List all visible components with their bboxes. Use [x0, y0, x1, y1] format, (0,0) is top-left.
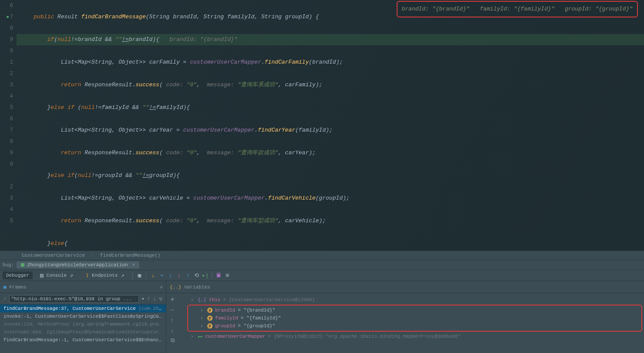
debug-label: bug:: [0, 262, 17, 268]
layout-icon[interactable]: ▣: [136, 272, 142, 278]
copy-icon[interactable]: ⧉: [171, 337, 175, 344]
evaluate-icon[interactable]: 🖩: [216, 272, 222, 278]
external-icon: ↗: [119, 272, 125, 278]
console-icon: ▤: [39, 272, 45, 278]
variable-row[interactable]: › p brandId = "{brandId}": [188, 306, 641, 314]
param-icon: p: [207, 308, 212, 313]
chevron-down-icon[interactable]: ▾: [142, 296, 145, 302]
variables-title: Variables: [184, 285, 210, 290]
inline-param-hints: brandId: "{brandId}" familyId: "{familyI…: [397, 1, 638, 17]
variable-row[interactable]: › ▰▰ customerUserCarMapper = {$Proxy120@…: [179, 333, 644, 340]
frames-panel: ▣ Frames ↗ ✓ "http-nio-8101-exec-5"@10,9…: [0, 281, 166, 353]
check-icon: ✓: [3, 296, 7, 302]
external-icon[interactable]: ↗: [159, 284, 162, 290]
new-watch-icon[interactable]: +: [170, 296, 175, 304]
variable-row[interactable]: › {…} this = {CustomerUserCarService@120…: [179, 296, 644, 304]
run-config-icon: [21, 263, 24, 267]
expand-icon[interactable]: ›: [191, 297, 195, 302]
frame-item[interactable]: invoke:218, MethodProxy (org.springframe…: [0, 320, 166, 328]
param-icon: p: [207, 323, 212, 329]
expand-icon[interactable]: ›: [200, 323, 205, 329]
vars-side-toolbar: + − ↑ ↓ ⧉: [166, 293, 179, 353]
expand-icon[interactable]: ›: [200, 316, 205, 321]
down-icon[interactable]: ↓: [171, 327, 174, 334]
chevron-right-icon: ›: [91, 253, 94, 258]
frame-item[interactable]: intercept:684, CglibAopProxy$DynamicAdvi…: [0, 328, 166, 336]
endpoints-icon: ⟟: [84, 272, 90, 278]
next-frame-icon[interactable]: ↓: [153, 295, 156, 302]
trace-icon[interactable]: ≋: [224, 272, 230, 278]
highlighted-variables: › p brandId = "{brandId}" › p familyId =…: [187, 305, 642, 332]
tab-debugger[interactable]: Debugger: [3, 272, 33, 279]
step-over-icon[interactable]: ↷: [158, 272, 165, 278]
expand-icon[interactable]: ›: [191, 334, 195, 339]
frame-item[interactable]: findCarBrandMessage:-1, CustomerUserCarS…: [0, 336, 166, 344]
breadcrumb-item[interactable]: findCarBrandMessage(): [100, 253, 161, 258]
code-content[interactable]: public Result findCarBrandMessage(String…: [17, 0, 644, 251]
tab-endpoints[interactable]: ⟟ Endpoints ↗: [81, 271, 129, 280]
object-icon: {…}: [198, 297, 206, 302]
show-execution-point-icon[interactable]: ↓: [150, 272, 156, 278]
breakpoint-icon[interactable]: ●: [6, 11, 10, 23]
variables-icon: {..}: [170, 285, 181, 290]
frames-icon: ▣: [3, 285, 7, 290]
field-icon: ▰▰: [198, 334, 202, 339]
run-to-cursor-icon[interactable]: ▸|: [202, 272, 208, 278]
close-icon[interactable]: ×: [132, 262, 135, 268]
frames-list[interactable]: findCarBrandMessage:37, CustomerUserCarS…: [0, 305, 166, 353]
frame-item[interactable]: findCarBrandMessage:37, CustomerUserCarS…: [0, 305, 166, 312]
debug-body: ▣ Frames ↗ ✓ "http-nio-8101-exec-5"@10,9…: [0, 281, 644, 353]
force-step-into-icon[interactable]: ↓: [176, 272, 182, 278]
filter-icon[interactable]: ▽: [159, 295, 162, 302]
drop-frame-icon[interactable]: ⟲: [193, 272, 199, 278]
expand-icon[interactable]: ›: [200, 308, 205, 313]
variable-row[interactable]: › p groupId = "{groupId}": [188, 322, 641, 330]
prev-frame-icon[interactable]: ↑: [147, 295, 151, 302]
step-out-icon[interactable]: ↑: [185, 272, 191, 278]
debug-tabs-row: bug: ZhongyitangVehicleServerApplication…: [0, 260, 644, 270]
frames-title: Frames: [9, 285, 27, 290]
remove-icon[interactable]: −: [171, 307, 174, 314]
variables-list[interactable]: › {…} this = {CustomerUserCarService@120…: [179, 293, 644, 353]
step-into-icon[interactable]: ↓: [167, 272, 173, 278]
line-gutter: 6 ●7 89012345 67890 2345: [0, 0, 17, 251]
external-icon: ↗: [68, 272, 74, 278]
code-editor[interactable]: 6 ●7 89012345 67890 2345 public Result f…: [0, 0, 644, 251]
debug-session-tab[interactable]: ZhongyitangVehicleServerApplication ×: [17, 261, 139, 268]
tab-console[interactable]: ▤ Console ↗: [35, 271, 78, 280]
up-icon[interactable]: ↑: [171, 317, 174, 324]
thread-select[interactable]: "http-nio-8101-exec-5"@10,939 in group .…: [9, 295, 139, 303]
variable-row[interactable]: › p familyId = "{familyId}": [188, 314, 641, 322]
param-icon: p: [207, 316, 212, 321]
frame-item[interactable]: invoke:-1, CustomerUserCarService$$FastC…: [0, 312, 166, 320]
debug-toolbar: Debugger ▤ Console ↗ ⟟ Endpoints ↗ ▣ ↓ ↷…: [0, 270, 644, 281]
breadcrumb: CustomerUserCarService › findCarBrandMes…: [0, 251, 644, 260]
thread-selector-row: ✓ "http-nio-8101-exec-5"@10,939 in group…: [0, 293, 166, 305]
breadcrumb-item[interactable]: CustomerUserCarService: [22, 253, 85, 258]
variables-panel: {..} Variables + − ↑ ↓ ⧉ › {…} this = {C…: [166, 281, 644, 353]
